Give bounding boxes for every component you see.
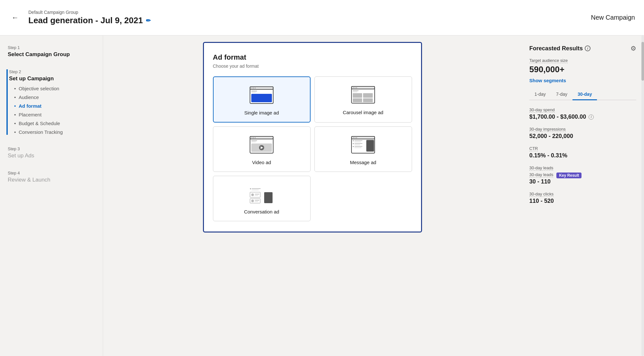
svg-rect-45	[252, 188, 261, 189]
ad-format-grid: Single image ad	[213, 76, 412, 221]
stat-impressions-value: 52,000 - 220,000	[529, 133, 636, 140]
single-image-label: Single image ad	[244, 110, 279, 115]
svg-rect-35	[354, 140, 362, 141]
svg-rect-46	[252, 190, 259, 190]
ad-option-carousel-image[interactable]: Carousel image ad	[314, 76, 412, 123]
svg-point-52	[251, 200, 254, 202]
sidebar-item-objective-selection[interactable]: Objective selection	[14, 86, 95, 91]
step2-label: Step 2	[9, 69, 95, 74]
tab-30-day[interactable]: 30-day	[572, 89, 597, 100]
svg-rect-55	[264, 192, 273, 203]
carousel-image-icon	[350, 86, 376, 105]
ad-format-title: Ad format	[213, 53, 412, 62]
step2-group: Step 2 Set up Campaign Objective selecti…	[6, 69, 95, 135]
forecasted-title: Forecasted Results i	[529, 45, 591, 52]
ad-format-subtitle: Choose your ad format	[213, 64, 412, 69]
forecasted-info-icon[interactable]: i	[585, 45, 591, 51]
svg-point-48	[251, 193, 254, 196]
svg-rect-42	[354, 147, 361, 148]
svg-rect-53	[255, 200, 259, 201]
main-layout: Step 1 Select Campaign Group Step 2 Set …	[0, 35, 644, 356]
svg-rect-18	[363, 98, 373, 102]
ad-format-card: Ad format Choose your ad format	[203, 42, 422, 232]
video-ad-icon	[249, 136, 274, 155]
new-campaign-button[interactable]: New Campaign	[591, 14, 635, 21]
svg-rect-40	[353, 146, 354, 147]
svg-point-23	[255, 137, 256, 138]
svg-rect-44	[250, 188, 251, 189]
svg-point-2	[252, 88, 253, 89]
svg-rect-39	[354, 144, 360, 145]
svg-rect-14	[353, 92, 357, 92]
scrollbar-track[interactable]	[641, 35, 644, 356]
svg-rect-6	[251, 92, 256, 93]
sidebar-item-conversion-tracking[interactable]: Conversion Tracking	[14, 129, 95, 135]
stat-leads-number: 30 - 110	[529, 178, 636, 185]
header-title: Lead generation - Jul 9, 2021 ✏	[28, 15, 151, 25]
edit-icon[interactable]: ✏	[146, 17, 151, 24]
sidebar-item-budget-schedule[interactable]: Budget & Schedule	[14, 121, 95, 126]
svg-rect-41	[354, 146, 362, 147]
stat-leads-label: 30-day leads	[529, 165, 553, 171]
stat-spend-value: $1,700.00 - $3,600.00 i	[529, 114, 636, 120]
svg-rect-17	[353, 98, 362, 102]
stat-ctr-label: CTR	[529, 146, 538, 151]
video-ad-label: Video ad	[252, 160, 271, 165]
step3-group: Step 3 Set up Ads	[8, 146, 95, 159]
sidebar-item-ad-format[interactable]: Ad format	[14, 103, 95, 109]
svg-point-12	[356, 87, 357, 88]
header-title-text: Lead generation - Jul 9, 2021	[28, 15, 143, 25]
message-ad-icon	[350, 136, 376, 155]
svg-point-4	[255, 88, 256, 89]
ad-option-single-image[interactable]: Single image ad	[213, 76, 311, 123]
ad-option-video[interactable]: Video ad	[213, 126, 311, 172]
step4-title: Review & Launch	[8, 177, 95, 183]
stat-impressions: 30-day impressions 52,000 - 220,000	[529, 126, 636, 140]
right-panel: Forecasted Results i ⚙ Target audience s…	[522, 35, 644, 356]
message-ad-label: Message ad	[350, 160, 376, 165]
stat-ctr-value: 0.15% - 0.31%	[529, 152, 636, 159]
stat-ctr: CTR 0.15% - 0.31%	[529, 145, 636, 159]
scrollbar-thumb[interactable]	[641, 42, 644, 81]
svg-point-32	[355, 137, 356, 138]
svg-rect-7	[251, 94, 272, 102]
stat-clicks-label: 30-day clicks	[529, 192, 553, 197]
svg-rect-13	[353, 90, 359, 91]
stat-leads-label2: 30-day leads	[529, 172, 553, 177]
svg-point-31	[353, 137, 354, 138]
back-button[interactable]: ←	[9, 12, 21, 23]
sidebar-item-placement[interactable]: Placement	[14, 112, 95, 117]
forecasted-header: Forecasted Results i ⚙	[529, 44, 636, 52]
forecasted-gear-icon[interactable]: ⚙	[630, 44, 636, 52]
step2-title: Set up Campaign	[9, 75, 95, 82]
stat-spend-label: 30-day spend	[529, 107, 555, 113]
ad-option-conversation[interactable]: Conversation ad	[213, 176, 311, 221]
stat-spend-info-icon[interactable]: i	[589, 114, 594, 120]
svg-rect-5	[251, 91, 257, 92]
svg-rect-37	[353, 143, 354, 144]
svg-point-3	[253, 88, 254, 89]
stat-clicks-value: 110 - 520	[529, 198, 636, 204]
ad-option-message[interactable]: Message ad	[314, 126, 412, 172]
step3-title: Set up Ads	[8, 153, 95, 159]
show-segments-button[interactable]: Show segments	[529, 78, 566, 83]
svg-rect-49	[255, 194, 259, 194]
audience-size-value: 590,000+	[529, 64, 636, 74]
svg-rect-15	[353, 93, 362, 98]
svg-rect-24	[251, 140, 257, 141]
step2-items: Objective selection Audience Ad format P…	[9, 86, 95, 135]
single-image-icon	[249, 86, 274, 105]
svg-rect-16	[363, 93, 373, 98]
step1-title: Select Campaign Group	[8, 51, 95, 58]
tab-7-day[interactable]: 7-day	[551, 89, 572, 100]
tab-1-day[interactable]: 1-day	[529, 89, 551, 100]
sidebar-item-audience[interactable]: Audience	[14, 94, 95, 100]
carousel-image-label: Carousel image ad	[343, 110, 383, 115]
svg-rect-36	[354, 142, 361, 142]
header-subtitle: Default Campaign Group	[28, 10, 151, 15]
svg-point-10	[353, 87, 354, 88]
time-tabs: 1-day 7-day 30-day	[529, 89, 636, 100]
svg-point-21	[252, 137, 253, 138]
step1-label: Step 1	[8, 45, 95, 50]
step1-group: Step 1 Select Campaign Group	[8, 45, 95, 58]
